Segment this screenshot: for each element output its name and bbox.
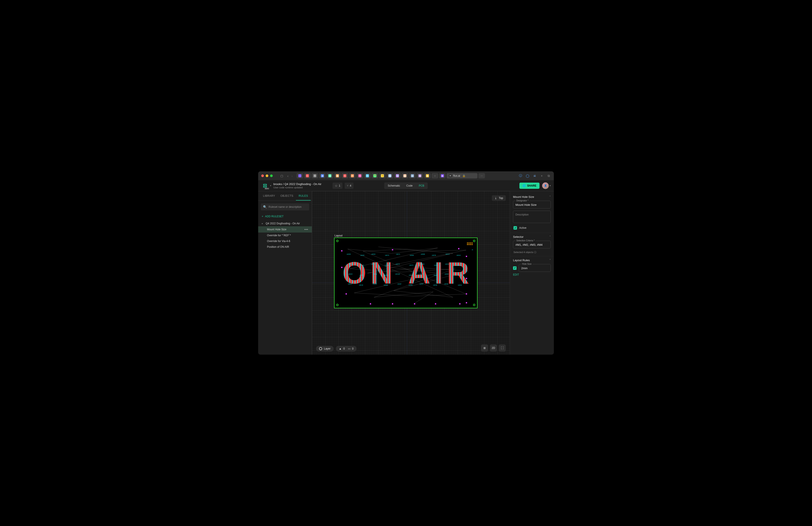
view-2d-button[interactable]: 2D [490,344,497,352]
browser-tab[interactable]: M [349,173,356,179]
rule-item[interactable]: Mount Hole Size••• [258,226,312,232]
browser-tab[interactable]: ◉ [439,173,446,179]
inspector-panel: Mount Hole Size ˄ Designator * Descripti… [510,191,554,355]
app-logo[interactable]: BETA [261,182,269,189]
browser-tab[interactable]: ◎ [402,173,408,179]
maximize-window-button[interactable] [270,174,273,177]
pcb-canvas[interactable]: Layout J1 ON AIR LED95LED93LED94LED72LED… [312,191,510,355]
browser-tab[interactable]: ⬚ [432,173,438,179]
new-tab-icon[interactable]: + [540,174,544,178]
user-menu[interactable]: 👤 ▾ [542,182,551,189]
fullscreen-button[interactable]: ⛶ [499,344,506,352]
close-window-button[interactable] [261,174,264,177]
skull-icon[interactable]: ☠ [533,174,537,178]
rule-title: Mount Hole Size [513,195,534,199]
led-ref-label: LED16 [360,274,363,276]
criteria-label: Selection Criteria * [516,239,536,242]
ruleset-group[interactable]: ▾ Q4 2022 Dogfooding - On Air [258,221,312,226]
tab-overflow-icon[interactable]: ⋯ [478,173,485,179]
browser-tab-active[interactable]: ✕flux.ai🔒 [447,173,478,179]
led-ref-label: LED21 [458,284,462,286]
logo-dropdown-icon[interactable]: ▾ [270,184,271,187]
browser-tab[interactable]: M [357,173,363,179]
edit-button[interactable]: EDIT [513,272,551,278]
active-checkbox[interactable]: ✓ [513,226,517,230]
smd-pad [466,278,467,279]
view-tab-pcb[interactable]: PCB [416,183,427,188]
chevron-up-icon: ˄ [549,196,551,199]
criteria-input[interactable] [516,243,548,246]
lock-icon: 🔒 [462,174,466,177]
minimize-window-button[interactable] [266,174,268,177]
browser-tab[interactable]: 👕 [394,173,401,179]
sidebar-toggle-icon[interactable]: ▢ [280,174,284,178]
browser-tab[interactable]: ▤ [387,173,393,179]
all-tabs-icon[interactable]: ⧉ [547,174,551,178]
led-ref-label: LED98 [373,283,377,285]
sidebar-tab-rules[interactable]: RULES [296,191,311,200]
led-ref-label: LED71 [396,254,400,255]
hole-size-input[interactable] [521,267,548,270]
rule-item-label: Override for *`REF`* [267,234,291,237]
browser-tab[interactable]: 📍 [372,173,378,179]
led-ref-label: LED91 [409,274,413,276]
star-button[interactable]: ☆ 1 [333,183,343,189]
browser-tab[interactable]: 😶 [379,173,386,179]
drc-status[interactable]: ▲ 0 ▭ 0 [336,346,357,352]
layer-icon [319,347,322,350]
layer-top-indicator[interactable]: ⭳ Top [492,195,506,201]
rule-item[interactable]: Override for Via-4-6 [258,238,312,244]
extensions-icon[interactable]: ⓘ [519,174,522,178]
grid-toggle-button[interactable]: ⊞ [481,344,488,352]
share-button[interactable]: 🌐 SHARE [519,183,539,189]
shield-icon[interactable]: ◯ [526,174,530,178]
sidebar-tab-objects[interactable]: OBJECTS [278,191,296,200]
browser-tab[interactable]: ⬚ [296,173,303,179]
fork-button[interactable]: ⑂ 4 [345,183,353,189]
layer-selector[interactable]: Layer [316,346,334,352]
nav-forward-icon[interactable]: › [291,174,293,178]
hole-size-checkbox[interactable]: ✓ [513,266,517,270]
view-tab-schematic[interactable]: Schematic [385,183,403,188]
rule-item[interactable]: Position of ON AIR [258,244,312,250]
fullscreen-icon: ⛶ [501,346,504,350]
left-sidebar: LIBRARYOBJECTSRULES 🔍 + ADD RULESET ▾ Q4… [258,191,312,355]
description-input[interactable]: Description [516,213,548,221]
browser-tab[interactable]: C [304,173,311,179]
rule-title-header[interactable]: Mount Hole Size ˄ [513,195,551,199]
warning-icon: ▲ [339,347,342,350]
selector-header[interactable]: Selector ˄ [513,235,551,239]
browser-tab[interactable]: ▦ [417,173,423,179]
browser-tab[interactable]: ▦ [334,173,341,179]
browser-tab[interactable]: G [342,173,348,179]
rules-search-input[interactable] [269,205,307,209]
breadcrumb-project[interactable]: Q4 2022 Dogfooding - On Air [285,182,321,186]
view-2d-label: 2D [492,346,495,350]
breadcrumb-owner[interactable]: brooks [273,182,282,186]
designator-label: Designator * [516,199,530,202]
rules-search-box[interactable]: 🔍 [261,203,309,211]
led-ref-label: LED63 [445,273,449,275]
led-ref-label: LED18 [359,284,363,286]
nav-back-icon[interactable]: ‹ [287,174,288,178]
browser-tab[interactable]: ▤ [327,173,333,179]
browser-tab[interactable]: ◉ [424,173,431,179]
led-ref-label: LED78 [432,255,436,256]
browser-tab[interactable]: ◑ [319,173,326,179]
layout-rules-header[interactable]: Layout Rules ˄ [513,259,551,262]
sidebar-tab-library[interactable]: LIBRARY [260,191,278,200]
more-icon[interactable]: ••• [304,228,308,231]
browser-tab[interactable]: M [364,173,371,179]
active-checkbox-row[interactable]: ✓ Active [513,225,551,230]
led-ref-label: LED26 [444,283,448,285]
rule-item-label: Position of ON AIR [267,245,289,248]
add-ruleset-button[interactable]: + ADD RULESET [258,213,312,220]
view-tab-code[interactable]: Code [403,183,416,188]
designator-input[interactable] [516,203,548,207]
browser-tab[interactable]: S [311,173,318,179]
warning-count: 0 [343,347,345,350]
browser-tabs: ⬚CS◑▤▦GMMM📍😶▤👕◎▤▦◉⬚◉✕flux.ai🔒⋯ [296,173,516,179]
sidebar-tabs: LIBRARYOBJECTSRULES [258,191,312,201]
rule-item[interactable]: Override for *`REF`* [258,232,312,238]
browser-tab[interactable]: ▤ [409,173,416,179]
